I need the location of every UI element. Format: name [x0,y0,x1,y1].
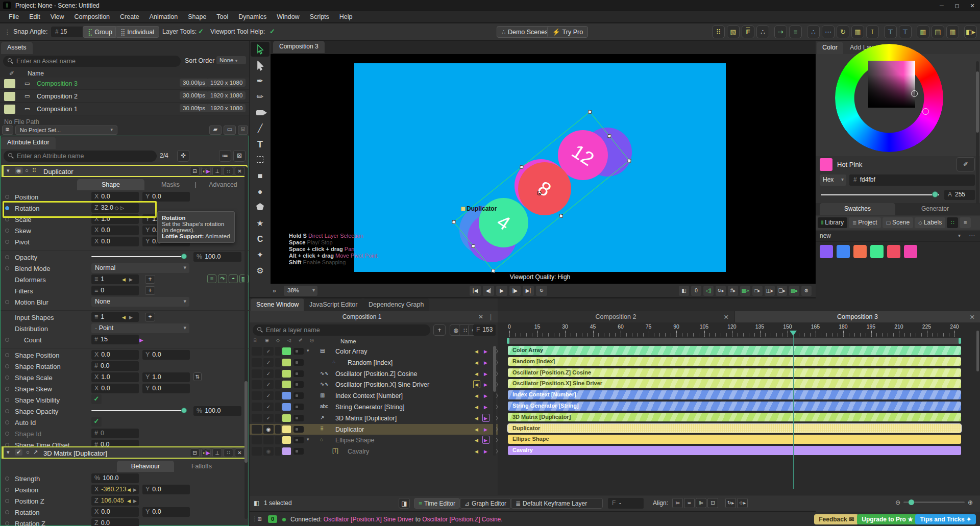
pin-icon[interactable]: ⊥ [212,448,222,457]
refresh-icon[interactable]: ↻▸ [716,286,726,296]
dock-toggle-icon[interactable]: ◨ [399,498,410,509]
layer-color-swatch[interactable] [282,381,291,388]
value-field[interactable]: X0.0 [91,384,139,393]
frame-field[interactable]: F153 [473,324,496,336]
value-field[interactable]: X0.0 [91,350,139,360]
menu-edit[interactable]: Edit [24,12,45,22]
table-icon[interactable]: ▦ [851,26,864,38]
deformer-icon-1[interactable]: ↷ [218,274,227,283]
out-key-icon[interactable]: ▶ [484,449,487,454]
value-field[interactable]: Y0.0 [142,384,190,393]
layer-color-swatch[interactable] [282,347,291,355]
close-section-icon[interactable]: ✕ [235,167,244,176]
palette-more-icon[interactable]: ⋯ [969,232,975,239]
layer-color-swatch[interactable] [282,392,291,399]
prev-key-icon[interactable]: ◀ [122,315,126,320]
timeline-bar-index-context-number[interactable]: Index Context [Number] [508,390,961,399]
opacity-slider[interactable] [91,256,184,257]
maximize-button[interactable]: ◻ [949,0,965,11]
value-field[interactable]: Y1.0 [142,372,190,382]
value-field[interactable]: %100.0 [91,473,139,483]
layer-color-swatch[interactable] [282,359,291,366]
asset-row-composition-2[interactable]: ▭Composition 230.00fps1920 x 1080 [0,90,249,103]
keyframe-radio[interactable] [5,499,9,503]
keyframe-colors-icon[interactable]: ◖▶ [201,167,211,176]
value-field[interactable]: Y0.0 [142,350,190,360]
keyframe-radio[interactable] [5,206,9,210]
distribution-dropdown[interactable]: · Point▾ [91,323,189,333]
sort-order-select[interactable]: None ▾ [216,56,246,64]
value-field[interactable]: Y0.0 [142,485,190,494]
upgrade-to-pro-button[interactable]: Upgrade to Pro ★ [857,514,918,524]
swatch-4[interactable] [887,245,900,258]
clip-toggle-icon[interactable] [293,392,304,399]
solo-circle-icon[interactable]: ○ [25,167,29,173]
link-xy-icon[interactable]: ⇅ [193,372,202,381]
menu-file[interactable]: File [4,12,23,22]
value-field[interactable]: Z32.0 ◇ ▷ [91,203,139,213]
keyframe-radio[interactable] [5,240,9,244]
grid-icon[interactable]: #▸ [728,286,738,296]
menu-shape[interactable]: Shape [183,12,211,22]
go-to-end-button[interactable]: ▶| [523,286,534,296]
motion-blur-dropdown[interactable]: None▾ [91,297,189,307]
next-frame-button[interactable]: |▶ [509,286,521,296]
layer-row-duplicator[interactable]: ◉⠿Duplicator◀▶ [250,424,498,435]
grid-dots-icon[interactable]: ⠿ [712,26,725,38]
add-attribute-icon[interactable]: ≔ [219,150,231,162]
in-key-icon[interactable]: ◀ [475,438,478,443]
keyframe-diamond-icon[interactable]: ◇ ▷ [113,205,124,211]
attribute-scrollbar[interactable] [244,167,248,519]
keyframe-radio[interactable] [5,521,9,525]
transparency-icon[interactable]: ▩▸ [789,286,799,296]
visibility-cell[interactable]: ✓ [263,414,274,422]
solo-circle-icon[interactable]: ○ [26,449,30,455]
group-button[interactable]: ⣏Group [83,26,117,38]
align-keys-right-icon[interactable]: ⊫ [696,498,706,508]
extra-cell[interactable] [275,369,281,378]
clip-toggle-icon[interactable] [293,370,304,377]
play-button[interactable]: ▶ [496,286,507,296]
in-key-icon[interactable]: ◀ [475,449,478,454]
in-key-icon[interactable]: ◀ [475,393,478,398]
value-field[interactable]: %100.0 [193,406,241,416]
viewport-zoom-select[interactable]: 38%▾ [284,286,317,296]
lock-cell[interactable] [252,425,262,434]
attribute-search-input[interactable]: Enter an Attribute name [4,151,157,162]
cube-icon[interactable]: ▧ [727,26,740,38]
slider-knob[interactable] [181,408,187,413]
out-key-icon[interactable]: ▶ [484,427,487,432]
blend-mode-dropdown[interactable]: Normal▾ [91,263,189,273]
layer-color-swatch[interactable] [282,403,291,411]
menu-composition[interactable]: Composition [70,12,114,22]
extra-cell[interactable] [275,436,281,444]
frame-icon[interactable]: F [742,26,754,38]
tool-select[interactable] [251,42,270,57]
lock-cell[interactable] [252,391,262,400]
grid-view-icon[interactable]: ∷ [947,217,958,228]
menu-tool[interactable]: Tool [212,12,233,22]
menu-help[interactable]: Help [335,12,357,22]
out-key-icon[interactable]: ▶ [484,382,487,387]
keyframe-radio[interactable] [5,420,9,424]
keyframe-radio[interactable] [5,255,9,259]
prev-key-icon[interactable]: ◀ [122,277,126,282]
javascript-editor-tab[interactable]: JavaScript Editor [304,298,363,311]
trash-icon[interactable]: ⍌ [238,126,248,135]
visibility-cell[interactable]: ◉ [263,447,274,456]
composition-tab-bar[interactable]: Composition 1 ✕ | [250,311,498,322]
tab-shape[interactable]: Shape [77,179,144,190]
expand-chevron-icon[interactable]: ▾ [307,348,309,353]
timeline-bar-oscillator-position-x-sine-driver[interactable]: Oscillator [Position.X] Sine Driver [508,379,961,388]
out-key-icon[interactable]: ▶ [484,360,487,365]
timeline-bar-ellipse-shape[interactable]: Ellipse Shape [508,435,961,444]
rows-icon[interactable]: ▤ [932,26,944,38]
duplicator-section-header[interactable]: ▾ ◉ ○ ⠿ Duplicator ⊟ ◖▶ ⊥ ∷ ✕ [2,165,248,177]
labels-button[interactable]: ◇Labels [915,217,945,228]
tool-text[interactable]: T [250,137,271,153]
clip-toggle-icon[interactable] [293,348,304,355]
layer-row-random-index[interactable]: ✓∴Random [Index]◀▶ [250,357,498,368]
visibility-cell[interactable] [263,436,274,444]
tab-masks[interactable]: Masks [150,179,191,190]
layer-search-input[interactable]: Enter a layer name [253,324,430,336]
